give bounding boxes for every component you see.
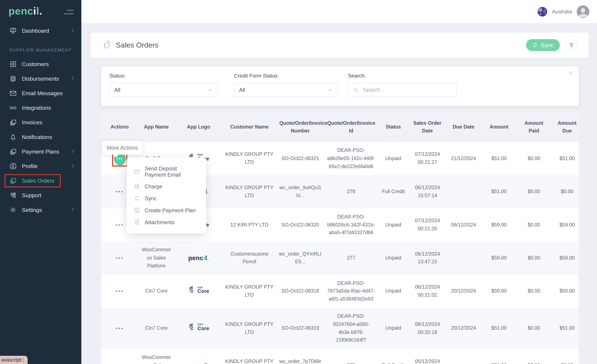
close-filters-icon[interactable]: ✕	[568, 70, 573, 77]
app-name-cell: Cin7 Core	[138, 320, 175, 337]
more-actions-button[interactable]: •••	[115, 189, 124, 195]
amount-due-cell: $51.00	[550, 150, 579, 167]
menu-item-sync[interactable]: Sync	[127, 192, 206, 204]
amount-paid-cell: $0.00	[517, 320, 550, 337]
more-actions-button[interactable]: •••	[115, 222, 124, 228]
order-number-cell: wc_order_QYmRLIE5...	[276, 245, 324, 271]
cin7-core-app-logo: Cin7Core	[188, 323, 209, 331]
amount-due-cell: $59.00	[550, 250, 579, 267]
menu-item-create-payment-plan[interactable]: Create Payment Plan	[127, 204, 206, 216]
amount-cell: $59.00	[481, 216, 517, 234]
chevron-right-icon	[71, 164, 75, 168]
customer-name-cell: 12 KIRI PTY LTD	[222, 216, 276, 234]
sales-orders-icon	[102, 40, 112, 50]
amount-due-cell: $0.00	[550, 183, 579, 200]
customer-name-cell: KINDLY GROUP PTY LTD	[222, 146, 276, 171]
chevron-right-icon	[71, 207, 75, 213]
credit-form-status-select[interactable]: All	[234, 83, 338, 97]
avatar[interactable]	[577, 5, 589, 18]
app-name-cell: WooCommerce Sales Platform	[138, 349, 175, 364]
sales-order-date-cell: 06/12/2024 15:57:14	[409, 179, 446, 204]
customer-name-cell: KINDLY GROUP PTY LTD	[222, 353, 276, 364]
coins-icon	[134, 183, 140, 190]
menu-item-send-deposit-payment-email[interactable]: Send Deposit Payment Email	[127, 163, 206, 180]
column-header: Amount Due	[550, 115, 579, 139]
cin7-core-app-logo: Cin7Core	[188, 286, 209, 294]
status-select[interactable]: All	[109, 83, 218, 97]
document-icon	[134, 219, 140, 225]
sidebar: pencil. Dashboard SUPPLIER MANAGEMENT Cu…	[0, 0, 81, 364]
filter-button[interactable]	[566, 40, 577, 51]
due-date-cell: 06/12/2024	[446, 216, 481, 234]
amount-cell: $59.00	[481, 250, 517, 267]
more-actions-button[interactable]: •••	[115, 325, 124, 331]
sidebar-item-integrations[interactable]: Integrations	[0, 101, 81, 115]
sales-order-date-cell: 07/12/2024 00:21:27	[409, 146, 446, 171]
sales-order-date-cell: 06/12/2024 00:21:02	[409, 279, 446, 304]
column-header: Sales Order Date	[409, 115, 446, 139]
sidebar-item-settings[interactable]: Settings	[0, 203, 81, 217]
sidebar-item-sales-orders[interactable]: Sales Orders	[5, 174, 61, 187]
sales-orders-table: ActionsApp NameApp LogoCustomer NameQuot…	[101, 112, 579, 364]
app-logo-cell: pencil.	[175, 248, 222, 268]
column-header: Status	[378, 119, 409, 135]
table-row: •••WooCommerce Sales Platformpencil.Cust…	[101, 242, 579, 275]
sync-icon	[134, 195, 140, 201]
calendar-plus-icon	[134, 207, 140, 214]
sidebar-item-disbursements[interactable]: Disbursements	[0, 71, 81, 86]
sidebar-item-payment-plans[interactable]: Payment Plans	[0, 144, 81, 159]
column-header: Actions	[101, 119, 138, 135]
due-date-cell: 21/12/2024	[446, 150, 481, 167]
customer-name-cell: KINDLY GROUP PTY LTD	[222, 179, 276, 204]
australia-flag-icon[interactable]	[538, 7, 548, 16]
order-number-cell: SO-Oct22-06321	[276, 150, 324, 167]
sync-button[interactable]: Sync	[526, 39, 560, 51]
region-label[interactable]: Australia	[552, 9, 572, 14]
sales-order-date-cell: 06/12/2024 13:47:15	[409, 245, 446, 271]
chevron-right-icon	[71, 207, 75, 212]
status-cell: Unpaid	[378, 150, 409, 167]
column-header: Amount Paid	[517, 115, 550, 139]
actions-cell: •••	[101, 319, 138, 337]
chevron-right-icon	[71, 149, 75, 155]
sidebar-item-support[interactable]: Support	[0, 188, 81, 203]
column-header: App Name	[138, 119, 175, 135]
profile-icon	[9, 162, 17, 170]
row-actions-menu: Send Deposit Payment EmailChargeSyncCrea…	[127, 157, 206, 233]
sidebar-collapse-icon[interactable]	[64, 8, 74, 14]
sidebar-item-dashboard[interactable]: Dashboard	[0, 23, 81, 38]
status-cell: Unpaid	[378, 283, 409, 300]
chevron-right-icon	[71, 76, 75, 81]
sidebar-item-notifications[interactable]: Notifications	[0, 130, 81, 144]
amount-cell: $51.00	[481, 357, 517, 364]
sidebar-item-customers[interactable]: Customers	[0, 57, 81, 71]
order-id-cell: 278	[324, 183, 378, 200]
status-cell: Unpaid	[378, 320, 409, 337]
chevron-down-icon	[328, 87, 333, 92]
menu-item-attachments[interactable]: Attachments	[127, 216, 206, 228]
more-actions-button[interactable]: •••	[115, 362, 124, 364]
sidebar-item-profile[interactable]: Profile	[0, 159, 81, 174]
search-input[interactable]	[362, 86, 452, 93]
status-cell: Unpaid	[378, 216, 409, 234]
more-actions-button[interactable]: •••	[115, 255, 124, 261]
table-row: •••Cin7 CoreCin7CoreKINDLY GROUP PTY LTD…	[101, 275, 579, 308]
amount-cell: $50.00	[481, 283, 517, 300]
more-actions-button[interactable]: •••	[115, 288, 124, 294]
amount-due-cell: $51.00	[550, 320, 579, 337]
sales-orders-icon	[9, 177, 17, 185]
amount-paid-cell: $0.00	[517, 183, 550, 200]
order-number-cell: SO-Oct22-06318	[276, 283, 324, 300]
search-box[interactable]	[348, 83, 457, 97]
amount-cell: $51.00	[481, 320, 517, 337]
sidebar-item-invoices[interactable]: Invoices	[0, 115, 81, 130]
payment-plans-icon	[9, 148, 17, 156]
search-icon	[353, 87, 359, 93]
invoices-icon	[9, 119, 17, 126]
app-logo-cell: pencil.	[175, 356, 222, 364]
pencil-app-logo: pencil.	[177, 360, 220, 364]
order-id-cell: DEAR-PSO-a8b26e05-162c-440f-b5e2-de222e6…	[324, 142, 378, 175]
menu-item-charge[interactable]: Charge	[127, 180, 206, 192]
app-root: pencil. Dashboard SUPPLIER MANAGEMENT Cu…	[0, 0, 597, 364]
sidebar-item-email-messages[interactable]: Email Messages	[0, 86, 81, 101]
